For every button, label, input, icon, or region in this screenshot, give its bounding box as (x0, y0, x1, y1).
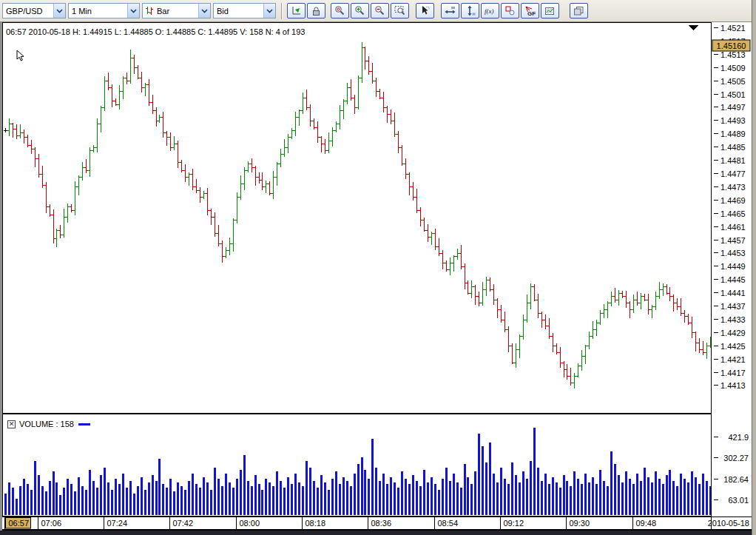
time-axis[interactable]: 06:5707:0607:2407:4208:0008:1808:3608:54… (2, 517, 752, 531)
zoom-out-icon (374, 5, 385, 16)
toolbar: GBP/USD 1 Min Bar Bid (0, 0, 752, 22)
svg-text:08:36: 08:36 (371, 519, 392, 528)
svg-text:1.4465: 1.4465 (720, 209, 746, 218)
horizontal-arrows-icon (445, 6, 456, 16)
pointer-select-icon (419, 5, 431, 16)
symbol-dropdown[interactable]: GBP/USD (2, 3, 66, 18)
svg-text:1.4485: 1.4485 (720, 143, 746, 152)
svg-text:1.4429: 1.4429 (720, 329, 746, 337)
svg-text:08:00: 08:00 (240, 519, 260, 528)
svg-text:1.4457: 1.4457 (720, 236, 746, 245)
chevron-down-icon[interactable] (53, 4, 65, 18)
volume-legend: ✕ VOLUME : 158 (7, 420, 90, 428)
price-pane[interactable]: 06:57 2010-05-18 H: 1.44915 L: 1.44885 O… (2, 22, 712, 414)
chart-settings-icon (544, 6, 556, 16)
charttype-dropdown[interactable]: Bar (142, 3, 211, 18)
svg-text:1.4413: 1.4413 (720, 381, 746, 390)
duplicate-window-button[interactable] (570, 3, 588, 18)
zoom-in-icon (354, 5, 365, 16)
svg-text:1.4461: 1.4461 (720, 223, 746, 232)
vertical-arrows-icon (465, 5, 476, 16)
duplicate-window-icon (573, 6, 584, 16)
svg-text:63.01: 63.01 (728, 496, 749, 505)
svg-text:1.4469: 1.4469 (720, 196, 746, 205)
svg-text:1.4433: 1.4433 (720, 315, 746, 324)
svg-text:421.9: 421.9 (728, 433, 749, 442)
svg-text:1.4497: 1.4497 (720, 103, 746, 112)
price-axis-scale: 1.45211.45171.45131.45091.45051.45011.44… (712, 22, 752, 517)
pricetype-dropdown[interactable]: Bid (213, 3, 276, 18)
pricetype-dropdown-value: Bid (214, 7, 263, 16)
svg-text:1.4505: 1.4505 (720, 77, 746, 86)
vertical-scale-button[interactable] (461, 3, 479, 18)
scale-axes-button[interactable] (287, 3, 306, 18)
scale-axes-icon (291, 6, 302, 16)
svg-text:08:18: 08:18 (306, 519, 326, 528)
zoom-out-button[interactable] (371, 3, 389, 18)
gf-indicators-icon: GF (524, 6, 536, 16)
symbol-dropdown-value: GBP/USD (3, 7, 53, 16)
svg-text:09:12: 09:12 (504, 519, 524, 528)
svg-text:f(x): f(x) (485, 7, 494, 15)
draw-shapes-button[interactable] (501, 3, 519, 18)
svg-text:GF: GF (527, 10, 536, 16)
svg-text:07:24: 07:24 (107, 519, 128, 528)
window-bottom-border (0, 531, 752, 535)
gf-indicators-button[interactable]: GF (521, 3, 539, 18)
svg-text:1.4473: 1.4473 (720, 183, 746, 192)
svg-text:1.45160: 1.45160 (717, 41, 746, 50)
chart-settings-button[interactable] (541, 3, 559, 18)
zoom-marquee-button[interactable] (391, 3, 409, 18)
svg-text:1.4449: 1.4449 (720, 262, 746, 271)
functions-icon: f(x) (484, 6, 497, 16)
svg-text:182.64: 182.64 (723, 475, 749, 484)
svg-text:1.4481: 1.4481 (720, 156, 746, 165)
time-axis-scale: 06:5707:0607:2407:4208:0008:1808:3608:54… (2, 517, 752, 529)
volume-pane[interactable]: ✕ VOLUME : 158 (2, 414, 712, 517)
chevron-down-icon[interactable] (263, 4, 275, 18)
pointer-select-button[interactable] (416, 3, 434, 18)
svg-text:1.4493: 1.4493 (720, 116, 746, 125)
mouse-cursor-icon (16, 50, 25, 62)
window-right-border (752, 0, 756, 535)
svg-text:1.4437: 1.4437 (720, 302, 746, 311)
toolbar-separator (281, 3, 283, 19)
chevron-down-icon[interactable] (198, 4, 210, 18)
zoom-in-button[interactable] (351, 3, 369, 18)
zoom-marquee-icon (394, 5, 405, 16)
chevron-down-icon[interactable] (127, 4, 139, 18)
price-chart[interactable] (3, 23, 711, 413)
svg-text:1.4425: 1.4425 (720, 342, 746, 351)
interval-dropdown-value: 1 Min (69, 7, 127, 16)
svg-text:09:48: 09:48 (636, 519, 657, 528)
volume-visibility-checkbox[interactable]: ✕ (7, 420, 16, 428)
svg-text:1.4489: 1.4489 (720, 129, 746, 138)
svg-text:09:30: 09:30 (570, 519, 590, 528)
price-axis[interactable]: 1.45211.45171.45131.45091.45051.45011.44… (712, 22, 752, 517)
svg-text:07:06: 07:06 (41, 519, 62, 528)
lock-button[interactable] (307, 3, 325, 18)
svg-text:07:42: 07:42 (173, 519, 194, 528)
volume-chart[interactable] (3, 414, 711, 516)
volume-color-swatch (78, 423, 90, 425)
svg-text:2010-05-18: 2010-05-18 (708, 519, 749, 528)
svg-text:1.4421: 1.4421 (720, 355, 746, 364)
svg-text:08:54: 08:54 (438, 519, 459, 528)
svg-text:1.4445: 1.4445 (720, 275, 746, 284)
magnifier-marked-icon (334, 5, 345, 16)
bar-style-icon (145, 6, 154, 16)
shapes-icon (504, 5, 516, 16)
magnify-button[interactable] (331, 3, 349, 18)
interval-dropdown[interactable]: 1 Min (68, 3, 140, 18)
svg-text:1.4521: 1.4521 (720, 24, 746, 33)
functions-button[interactable]: f(x) (481, 3, 499, 18)
charttype-dropdown-value: Bar (154, 7, 198, 16)
svg-text:1.4477: 1.4477 (720, 169, 746, 178)
horizontal-scale-button[interactable] (441, 3, 459, 18)
svg-text:1.4501: 1.4501 (720, 90, 746, 99)
svg-text:1.4453: 1.4453 (720, 249, 746, 258)
volume-legend-label: VOLUME : 158 (19, 420, 74, 428)
svg-text:1.4441: 1.4441 (720, 289, 746, 297)
svg-text:06:57: 06:57 (9, 519, 30, 528)
session-marker-icon (688, 25, 699, 30)
